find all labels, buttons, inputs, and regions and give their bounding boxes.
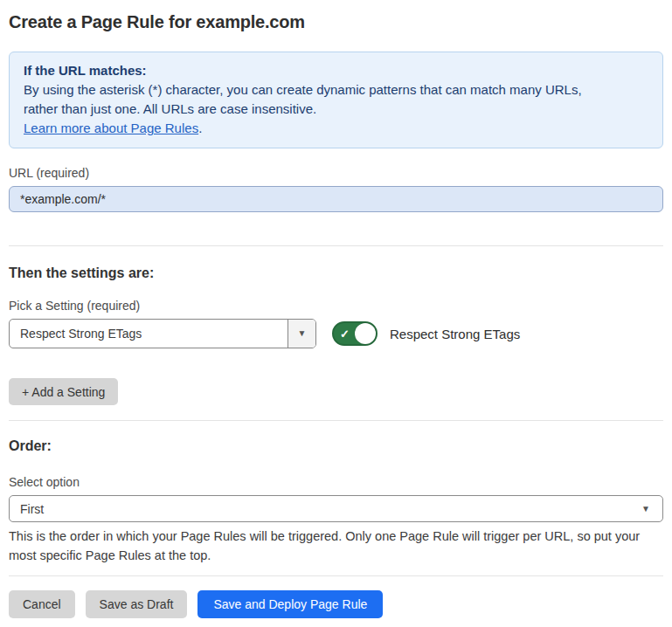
- order-select-value: First: [20, 502, 44, 516]
- divider: [9, 420, 663, 421]
- save-as-draft-button[interactable]: Save as Draft: [86, 590, 188, 618]
- divider: [9, 575, 663, 576]
- setting-picker-label: Pick a Setting (required): [9, 299, 663, 313]
- setting-select[interactable]: Respect Strong ETags ▼: [9, 319, 316, 348]
- order-section-heading: Order:: [9, 438, 663, 454]
- chevron-down-icon: ▼: [641, 505, 650, 513]
- setting-select-value: Respect Strong ETags: [10, 320, 288, 348]
- info-box-body-line1: By using the asterisk (*) character, you…: [24, 80, 648, 100]
- link-period: .: [198, 121, 202, 135]
- setting-toggle-label: Respect Strong ETags: [390, 327, 520, 341]
- save-and-deploy-button[interactable]: Save and Deploy Page Rule: [197, 590, 383, 618]
- chevron-down-icon: ▼: [298, 329, 307, 338]
- order-select-label: Select option: [9, 475, 663, 489]
- cancel-button[interactable]: Cancel: [9, 590, 75, 618]
- url-input[interactable]: [9, 186, 663, 212]
- info-box-heading: If the URL matches:: [24, 61, 648, 80]
- divider: [9, 245, 663, 246]
- page-title: Create a Page Rule for example.com: [9, 11, 663, 32]
- setting-toggle[interactable]: ✓: [332, 321, 378, 346]
- setting-row: Respect Strong ETags ▼ ✓ Respect Strong …: [9, 319, 663, 348]
- check-icon: ✓: [340, 328, 350, 340]
- page-rule-form: Create a Page Rule for example.com If th…: [0, 11, 672, 618]
- url-match-info-box: If the URL matches: By using the asteris…: [9, 52, 663, 148]
- url-field-label: URL (required): [9, 166, 663, 180]
- settings-section-heading: Then the settings are:: [9, 265, 663, 281]
- info-box-link-line: Learn more about Page Rules.: [24, 119, 648, 138]
- info-box-body-line2: rather than just one. All URLs are case …: [24, 100, 648, 119]
- footer-actions: Cancel Save as Draft Save and Deploy Pag…: [9, 590, 663, 618]
- add-setting-button[interactable]: + Add a Setting: [9, 378, 118, 405]
- order-help-text: This is the order in which your Page Rul…: [9, 527, 663, 565]
- order-select[interactable]: First ▼: [9, 495, 663, 522]
- toggle-knob: [355, 323, 376, 344]
- learn-more-link[interactable]: Learn more about Page Rules: [24, 121, 198, 135]
- setting-select-arrow-button[interactable]: ▼: [288, 320, 315, 348]
